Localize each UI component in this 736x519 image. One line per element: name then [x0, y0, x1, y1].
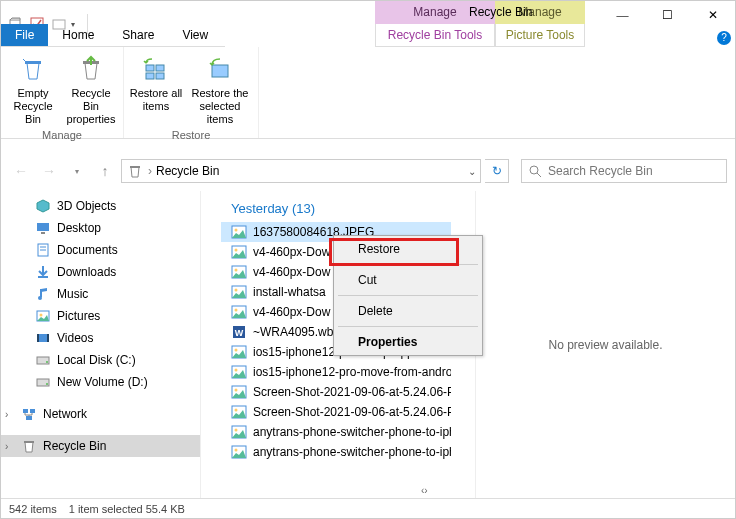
address-dropdown-icon[interactable]: ⌄ — [468, 166, 476, 177]
nav-recycle-bin[interactable]: › Recycle Bin — [1, 435, 200, 457]
nav-item-label: Desktop — [57, 221, 101, 235]
nav-network-label: Network — [43, 407, 87, 421]
ctx-separator — [338, 295, 478, 296]
restore-all-button[interactable]: Restore all items — [128, 49, 184, 127]
cube-icon — [35, 198, 51, 214]
tab-file[interactable]: File — [1, 24, 48, 46]
recycle-bin-path-icon — [126, 162, 144, 180]
svg-rect-5 — [146, 65, 154, 71]
empty-recycle-bin-button[interactable]: Empty Recycle Bin — [5, 49, 61, 127]
recycle-bin-icon — [21, 438, 37, 454]
ctx-tab-picture-tools[interactable]: Picture Tools — [495, 24, 585, 47]
group-header-yesterday[interactable]: Yesterday (13) — [221, 191, 475, 222]
file-name: v4-460px-Dow — [253, 305, 330, 319]
ctx-tab-recyclebin-tools[interactable]: Recycle Bin Tools — [375, 24, 495, 47]
nav-item-local-disk-c-[interactable]: Local Disk (C:) — [1, 349, 200, 371]
preview-pane: No preview available. — [475, 191, 735, 498]
address-box[interactable]: › Recycle Bin ⌄ — [121, 159, 481, 183]
navigation-pane: 3D ObjectsDesktopDocumentsDownloadsMusic… — [1, 191, 201, 498]
svg-rect-7 — [146, 73, 154, 79]
nav-item-downloads[interactable]: Downloads — [1, 261, 200, 283]
nav-item-3d-objects[interactable]: 3D Objects — [1, 195, 200, 217]
file-row[interactable]: Screen-Shot-2021-09-06-at-5.24.06-PM-10 — [221, 382, 451, 402]
svg-point-44 — [235, 289, 238, 292]
nav-history-dropdown[interactable]: ▾ — [65, 159, 89, 183]
svg-rect-23 — [37, 334, 39, 342]
ctx-properties[interactable]: Properties — [334, 329, 482, 355]
search-box[interactable]: Search Recycle Bin — [521, 159, 727, 183]
file-row[interactable]: anytrans-phone-switcher-phone-to-iphor — [221, 442, 451, 462]
tab-home[interactable]: Home — [48, 24, 108, 46]
svg-point-60 — [235, 449, 238, 452]
nav-up-button[interactable]: ↑ — [93, 159, 117, 183]
file-name: Screen-Shot-2021-09-06-at-5.24.06-PM-10 — [253, 405, 451, 419]
desktop-icon — [35, 220, 51, 236]
tab-view[interactable]: View — [168, 24, 222, 46]
nav-item-videos[interactable]: Videos — [1, 327, 200, 349]
svg-rect-13 — [37, 223, 49, 231]
restore-selected-label: Restore the selected items — [186, 87, 254, 127]
image-file-icon — [231, 344, 247, 360]
svg-line-12 — [537, 173, 541, 177]
nav-item-new-volume-d-[interactable]: New Volume (D:) — [1, 371, 200, 393]
nav-item-label: Videos — [57, 331, 93, 345]
ctx-cut[interactable]: Cut — [334, 267, 482, 293]
ribbon: Empty Recycle Bin Recycle Bin properties… — [1, 47, 735, 139]
chevron-right-icon: › — [5, 441, 8, 452]
file-name: v4-460px-Dow — [253, 245, 330, 259]
minimize-button[interactable]: — — [600, 1, 645, 29]
music-icon — [35, 286, 51, 302]
nav-item-documents[interactable]: Documents — [1, 239, 200, 261]
nav-item-pictures[interactable]: Pictures — [1, 305, 200, 327]
svg-rect-8 — [156, 73, 164, 79]
restore-all-label: Restore all items — [128, 87, 184, 113]
context-menu: Restore Cut Delete Properties — [333, 235, 483, 356]
nav-forward-button[interactable]: → — [37, 159, 61, 183]
svg-rect-31 — [26, 416, 32, 420]
empty-bin-icon — [17, 53, 49, 85]
video-icon — [35, 330, 51, 346]
bin-props-icon — [75, 53, 107, 85]
restore-all-icon — [140, 53, 172, 85]
nav-item-label: Documents — [57, 243, 118, 257]
svg-rect-30 — [30, 409, 35, 413]
nav-item-music[interactable]: Music — [1, 283, 200, 305]
file-name: anytrans-phone-switcher-phone-to-iphor — [253, 445, 451, 459]
address-bar: ← → ▾ ↑ › Recycle Bin ⌄ ↻ Search Recycle… — [1, 156, 735, 186]
download-icon — [35, 264, 51, 280]
svg-rect-36 — [24, 441, 34, 443]
ctx-delete[interactable]: Delete — [334, 298, 482, 324]
ctx-restore[interactable]: Restore — [334, 236, 482, 262]
image-file-icon — [231, 244, 247, 260]
image-file-icon — [231, 404, 247, 420]
disk-icon — [35, 352, 51, 368]
nav-item-desktop[interactable]: Desktop — [1, 217, 200, 239]
image-file-icon — [231, 444, 247, 460]
svg-point-19 — [38, 296, 42, 300]
file-row[interactable]: ios15-iphone12-pro-move-from-android- — [221, 362, 451, 382]
nav-back-button[interactable]: ← — [9, 159, 33, 183]
image-file-icon — [231, 424, 247, 440]
file-name: v4-460px-Dow — [253, 265, 330, 279]
close-button[interactable]: ✕ — [690, 1, 735, 29]
scroll-right-icon[interactable]: › — [424, 482, 427, 498]
svg-rect-10 — [130, 166, 140, 168]
refresh-button[interactable]: ↻ — [485, 159, 509, 183]
ribbon-group-restore: Restore all items Restore the selected i… — [124, 47, 259, 138]
bin-props-label: Recycle Bin properties — [63, 87, 119, 127]
recycle-bin-properties-button[interactable]: Recycle Bin properties — [63, 49, 119, 127]
image-file-icon — [231, 284, 247, 300]
status-item-count: 542 items — [9, 503, 57, 515]
file-row[interactable]: anytrans-phone-switcher-phone-to-iphor — [221, 422, 451, 442]
breadcrumb-path[interactable]: Recycle Bin — [156, 164, 219, 178]
svg-point-38 — [235, 229, 238, 232]
file-row[interactable]: Screen-Shot-2021-09-06-at-5.24.06-PM-10 — [221, 402, 451, 422]
maximize-button[interactable]: ☐ — [645, 1, 690, 29]
help-icon[interactable]: ? — [717, 31, 731, 45]
image-file-icon — [231, 264, 247, 280]
tab-share[interactable]: Share — [108, 24, 168, 46]
svg-point-26 — [46, 361, 48, 363]
svg-text:W: W — [235, 328, 244, 338]
restore-selected-button[interactable]: Restore the selected items — [186, 49, 254, 127]
nav-network[interactable]: › Network — [1, 403, 200, 425]
